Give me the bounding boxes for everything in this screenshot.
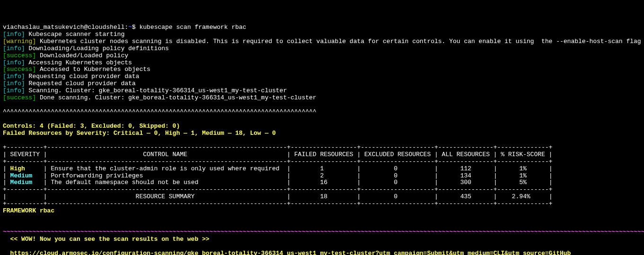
terminal-line: [3, 215, 641, 222]
summary-label: RESOURCE SUMMARY: [51, 193, 283, 200]
log-tag-success: [success]: [3, 94, 36, 101]
terminal-line: [3, 102, 641, 109]
summary-risk: 2.94%: [501, 193, 545, 200]
risk-cell: 5%: [501, 179, 545, 186]
table-row: | High | Ensure that the cluster-admin r…: [3, 166, 641, 173]
terminal-line: [info] Requested cloud provider data: [3, 80, 641, 88]
terminal-line: [warning] Kubernetes cluster nodes scann…: [3, 38, 641, 45]
summary-all: 435: [442, 193, 489, 200]
controls-summary: Controls: 4 (Failed: 3, Excluded: 0, Ski…: [3, 123, 641, 130]
severity-cell: Medium: [10, 172, 40, 179]
log-tag-success: [success]: [3, 52, 36, 59]
log-tag-info: [info]: [3, 87, 25, 94]
log-tag-info: [info]: [3, 59, 25, 66]
log-text: Scanning. Cluster: gke_boreal-totality-3…: [25, 87, 287, 94]
log-tag-success: [success]: [3, 66, 36, 73]
table-border: +----------+----------------------------…: [3, 144, 641, 151]
log-text: Done scanning. Cluster: gke_boreal-total…: [36, 94, 316, 101]
terminal-output[interactable]: viachaslau_matsukevich@cloudshell:~$ kub…: [3, 24, 641, 255]
table-border: +----------+----------------------------…: [3, 158, 641, 166]
terminal-line: [info] Accessing Kubernetes objects: [3, 60, 641, 67]
table-header: | SEVERITY | CONTROL NAME | FAILED RESOU…: [3, 151, 641, 158]
summary-excluded: 0: [365, 193, 431, 200]
log-tag-info: [info]: [3, 80, 25, 87]
separator-tilde: ~~~~~~~~~~~~~~~~~~~~~~~~~~~~~~~~~~~~~~~~…: [3, 229, 641, 236]
excluded-cell: 0: [365, 165, 431, 172]
control-name-cell: The default namespace should not be used: [51, 179, 283, 186]
risk-cell: 1%: [501, 172, 545, 179]
log-text: Downloading/Loading policy definitions: [25, 45, 169, 52]
log-tag-info: [info]: [3, 45, 25, 52]
command: kubescape scan framework rbac: [139, 24, 246, 31]
severity-cell: High: [10, 165, 40, 172]
log-text: Accessed to Kubernetes objects: [36, 66, 150, 73]
terminal-line: [3, 116, 641, 123]
table-summary-row: | | RESOURCE SUMMARY | 18 | 0 | 435 | 2.…: [3, 193, 641, 201]
table-border: +----------+----------------------------…: [3, 186, 641, 193]
log-tag-info: [info]: [3, 73, 25, 80]
terminal-line: [3, 137, 641, 144]
terminal-line: viachaslau_matsukevich@cloudshell:~$ kub…: [3, 24, 641, 31]
summary-failed: 18: [294, 193, 353, 200]
terminal-line: [3, 222, 641, 229]
failed-cell: 1: [294, 165, 353, 172]
terminal-line: [info] Downloading/Loading policy defini…: [3, 45, 641, 53]
terminal-line: [info] Kubescape scanner starting: [3, 31, 641, 38]
table-border: +----------+----------------------------…: [3, 201, 641, 208]
framework-line: FRAMEWORK rbac: [3, 208, 641, 215]
failed-cell: 16: [294, 179, 353, 186]
terminal-line: [success] Accessed to Kubernetes objects: [3, 66, 641, 73]
terminal-line: [3, 243, 641, 250]
terminal-line: [info] Scanning. Cluster: gke_boreal-tot…: [3, 88, 641, 95]
severity-cell: Medium: [10, 179, 40, 186]
log-tag-info: [info]: [3, 31, 25, 38]
table-row: | Medium | The default namespace should …: [3, 179, 641, 186]
severity-summary: Failed Resources by Severity: Critical —…: [3, 130, 641, 137]
excluded-cell: 0: [365, 172, 431, 179]
control-name-cell: Ensure that the cluster-admin role is on…: [51, 165, 283, 172]
log-text: Downloaded/Loaded policy: [36, 52, 128, 59]
log-text: Kubernetes cluster nodes scanning is dis…: [36, 38, 641, 45]
log-text: Kubescape scanner starting: [25, 31, 125, 38]
all-cell: 112: [442, 165, 489, 172]
excluded-cell: 0: [365, 179, 431, 186]
risk-cell: 1%: [501, 165, 545, 172]
log-tag-warning: [warning]: [3, 38, 36, 45]
log-text: Requested cloud provider data: [25, 80, 136, 87]
result-url: https://cloud.armosec.io/configuration-s…: [3, 250, 641, 255]
terminal-line: [success] Done scanning. Cluster: gke_bo…: [3, 95, 641, 102]
shell-user-host: viachaslau_matsukevich@cloudshell: [3, 24, 124, 31]
all-cell: 134: [442, 172, 489, 179]
table-row: | Medium | Portforwarding privileges | 2…: [3, 173, 641, 180]
shell-path: ~: [128, 24, 132, 31]
log-text: Requesting cloud provider data: [25, 73, 139, 80]
all-cell: 300: [442, 179, 489, 186]
control-name-cell: Portforwarding privileges: [51, 172, 283, 179]
terminal-line: [success] Downloaded/Loaded policy: [3, 53, 641, 60]
separator-carets: ^^^^^^^^^^^^^^^^^^^^^^^^^^^^^^^^^^^^^^^^…: [3, 109, 641, 116]
terminal-line: [info] Requesting cloud provider data: [3, 73, 641, 80]
failed-cell: 2: [294, 172, 353, 179]
wow-line: << WOW! Now you can see the scan results…: [3, 236, 641, 243]
log-text: Accessing Kubernetes objects: [25, 59, 132, 66]
